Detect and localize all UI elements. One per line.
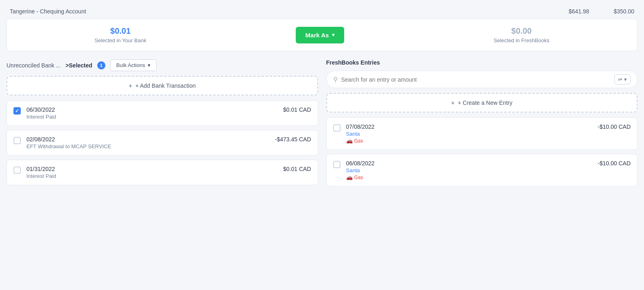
entry-date-2: 06/08/2022 xyxy=(346,160,592,167)
fb-selected-section: $0.00 Selected in FreshBooks xyxy=(493,26,549,43)
entry-date-1: 07/08/2022 xyxy=(346,123,592,130)
transaction-amount-1: $0.01 CAD xyxy=(283,106,311,113)
category-label-2: Gas xyxy=(354,175,363,180)
category-label-1: Gas xyxy=(354,138,363,144)
left-panel: Unreconciled Bank ... >Selected 1 Bulk A… xyxy=(7,59,318,190)
transaction-checkbox-1[interactable] xyxy=(13,107,21,115)
entry-checkbox-2[interactable] xyxy=(333,161,341,168)
entry-checkbox-unchecked-1[interactable] xyxy=(333,124,341,132)
transaction-checkbox-3[interactable] xyxy=(13,167,21,174)
bank-selected-section: $0.01 Selected in Your Bank xyxy=(94,26,146,43)
account-name: Tangerine - Chequing Account xyxy=(10,8,86,15)
create-entry-plus-icon: + xyxy=(451,100,454,106)
transaction-desc-1: Interest Paid xyxy=(26,114,277,120)
mark-as-chevron-icon: ▾ xyxy=(332,32,334,38)
entry-amount-2: -$10.00 CAD xyxy=(598,160,631,167)
checkbox-checked[interactable] xyxy=(13,107,21,115)
left-panel-header: Unreconciled Bank ... >Selected 1 Bulk A… xyxy=(7,59,318,71)
create-new-entry-button[interactable]: + + Create a New Entry xyxy=(326,93,638,113)
selected-label: >Selected xyxy=(65,62,92,69)
bulk-actions-label: Bulk Actions xyxy=(116,62,145,68)
entry-card-1: 07/08/2022 Santa 🚗 Gas -$10.00 CAD xyxy=(326,117,638,150)
right-panel: FreshBooks Entries ⚲ ⇌ ▾ + + Create a Ne… xyxy=(326,59,638,190)
transaction-card-2: 02/08/2022 EFT Withdrawal to MCAP SERVIC… xyxy=(7,130,318,156)
bulk-actions-chevron-icon: ▾ xyxy=(148,62,151,68)
entry-info-2: 06/08/2022 Santa 🚗 Gas xyxy=(346,160,592,180)
transaction-checkbox-2[interactable] xyxy=(13,137,21,144)
entry-name-1[interactable]: Santa xyxy=(346,131,592,137)
entry-checkbox-unchecked-2[interactable] xyxy=(333,161,341,168)
transaction-card-3: 01/31/2022 Interest Paid $0.01 CAD xyxy=(7,160,318,185)
checkbox-unchecked-3[interactable] xyxy=(13,167,21,174)
filter-icon: ⇌ xyxy=(618,76,622,82)
summary-bar: $0.01 Selected in Your Bank Mark As ▾ $0… xyxy=(7,19,637,51)
bank-selected-amount: $0.01 xyxy=(94,26,146,36)
car-icon-2: 🚗 xyxy=(346,174,353,180)
car-icon-1: 🚗 xyxy=(346,138,353,144)
add-transaction-label: + Add Bank Transaction xyxy=(135,82,196,89)
transaction-date-2: 02/08/2022 xyxy=(26,136,269,143)
main-content: Unreconciled Bank ... >Selected 1 Bulk A… xyxy=(7,59,637,190)
transaction-info-3: 01/31/2022 Interest Paid xyxy=(26,166,277,179)
create-entry-label: + Create a New Entry xyxy=(458,100,512,106)
transaction-card: 06/30/2022 Interest Paid $0.01 CAD xyxy=(7,100,318,126)
transaction-date-1: 06/30/2022 xyxy=(26,106,277,113)
selected-count-badge: 1 xyxy=(97,61,105,69)
fb-selected-label: Selected in FreshBooks xyxy=(493,37,549,43)
entry-category-2: 🚗 Gas xyxy=(346,174,592,180)
search-input[interactable] xyxy=(341,76,611,83)
freshbooks-title: FreshBooks Entries xyxy=(326,59,638,66)
fb-selected-amount: $0.00 xyxy=(493,26,549,36)
account-amounts: $641.98 $350.00 xyxy=(569,8,634,15)
bank-selected-label: Selected in Your Bank xyxy=(94,37,146,43)
transaction-desc-3: Interest Paid xyxy=(26,173,277,179)
transaction-amount-3: $0.01 CAD xyxy=(283,166,311,172)
filter-chevron-icon: ▾ xyxy=(624,76,627,82)
entry-info-1: 07/08/2022 Santa 🚗 Gas xyxy=(346,123,592,144)
account-balance1: $641.98 xyxy=(569,8,589,15)
bulk-actions-button[interactable]: Bulk Actions ▾ xyxy=(110,59,157,71)
mark-as-label: Mark As xyxy=(306,32,329,39)
entry-category-1: 🚗 Gas xyxy=(346,138,592,144)
entry-name-2[interactable]: Santa xyxy=(346,167,592,173)
transaction-info-1: 06/30/2022 Interest Paid xyxy=(26,106,277,120)
entry-checkbox-1[interactable] xyxy=(333,124,341,132)
account-header: Tangerine - Chequing Account $641.98 $35… xyxy=(7,6,637,19)
filter-button[interactable]: ⇌ ▾ xyxy=(614,74,631,84)
breadcrumb: Unreconciled Bank ... xyxy=(7,62,61,69)
add-transaction-icon: + xyxy=(129,82,132,89)
add-bank-transaction-button[interactable]: + + Add Bank Transaction xyxy=(7,76,318,95)
search-icon: ⚲ xyxy=(333,76,338,83)
search-bar: ⚲ ⇌ ▾ xyxy=(326,71,638,88)
checkbox-unchecked-2[interactable] xyxy=(13,137,21,144)
entry-card-2: 06/08/2022 Santa 🚗 Gas -$10.00 CAD xyxy=(326,154,638,186)
transaction-info-2: 02/08/2022 EFT Withdrawal to MCAP SERVIC… xyxy=(26,136,269,149)
mark-as-button[interactable]: Mark As ▾ xyxy=(296,27,345,43)
transaction-amount-2: -$473.45 CAD xyxy=(275,136,311,143)
transaction-desc-2: EFT Withdrawal to MCAP SERVICE xyxy=(26,143,269,149)
entry-amount-1: -$10.00 CAD xyxy=(598,123,631,130)
transaction-date-3: 01/31/2022 xyxy=(26,166,277,172)
account-balance2: $350.00 xyxy=(613,8,634,15)
